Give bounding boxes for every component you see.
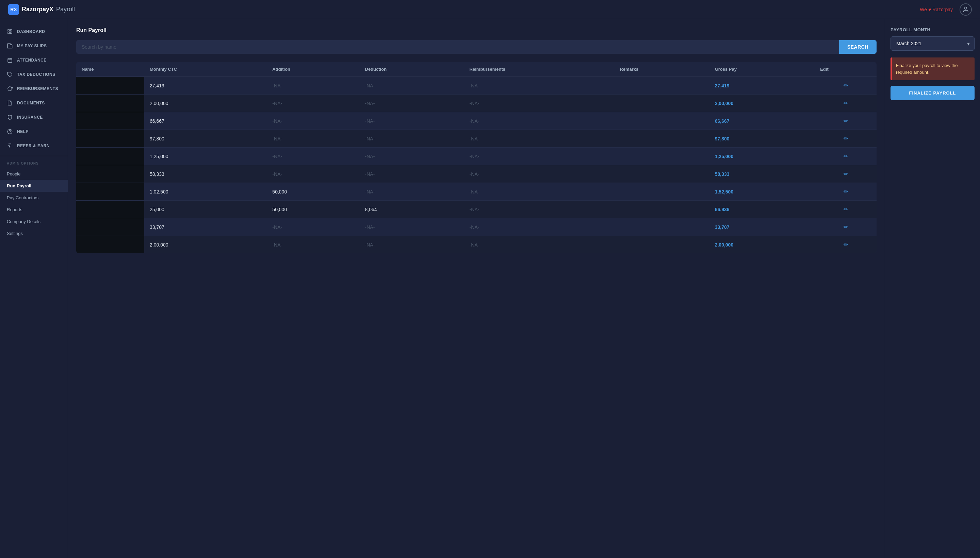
- tag-icon: [7, 71, 13, 77]
- edit-cell-5[interactable]: ✏: [815, 165, 876, 183]
- edit-icon[interactable]: ✏: [844, 242, 848, 248]
- monthly-ctc-2: 66,667: [144, 112, 267, 130]
- topnav: RX RazorpayX Payroll We ♥ Razorpay: [0, 0, 980, 19]
- sidebar-item-payslips[interactable]: MY PAY SLIPS: [0, 39, 68, 53]
- edit-icon[interactable]: ✏: [844, 136, 848, 141]
- sidebar-label-insurance: INSURANCE: [17, 115, 43, 120]
- sidebar-item-people[interactable]: People: [0, 168, 68, 180]
- edit-cell-8[interactable]: ✏: [815, 218, 876, 236]
- remarks-1: [614, 95, 709, 112]
- name-cell-8: [76, 218, 144, 236]
- deduction-9: -NA-: [360, 236, 464, 254]
- edit-cell-0[interactable]: ✏: [815, 77, 876, 95]
- edit-icon[interactable]: ✏: [844, 153, 848, 159]
- admin-label-pay-contractors: Pay Contractors: [7, 195, 38, 200]
- remarks-0: [614, 77, 709, 95]
- edit-icon[interactable]: ✏: [844, 207, 848, 212]
- col-deduction: Deduction: [360, 62, 464, 77]
- logo-icon: RX: [8, 4, 19, 15]
- remarks-7: [614, 200, 709, 218]
- gross-pay-8: 33,707: [709, 218, 815, 236]
- sidebar-item-documents[interactable]: DOCUMENTS: [0, 96, 68, 110]
- sidebar-item-refer[interactable]: REFER & EARN: [0, 139, 68, 153]
- edit-cell-4[interactable]: ✏: [815, 148, 876, 165]
- sidebar-item-help[interactable]: HELP: [0, 125, 68, 139]
- sidebar-item-pay-contractors[interactable]: Pay Contractors: [0, 192, 68, 204]
- user-icon: [962, 6, 969, 13]
- edit-icon[interactable]: ✏: [844, 189, 848, 195]
- sidebar-label-documents: DOCUMENTS: [17, 101, 45, 105]
- edit-icon[interactable]: ✏: [844, 118, 848, 124]
- remarks-9: [614, 236, 709, 254]
- logo-text: RazorpayX: [22, 6, 53, 13]
- edit-cell-2[interactable]: ✏: [815, 112, 876, 130]
- avatar[interactable]: [960, 3, 972, 16]
- svg-point-0: [965, 7, 967, 9]
- sidebar-item-attendance[interactable]: ATTENDANCE: [0, 53, 68, 67]
- edit-cell-6[interactable]: ✏: [815, 183, 876, 200]
- admin-label-settings: Settings: [7, 231, 23, 236]
- question-icon: [7, 128, 13, 135]
- monthly-ctc-4: 1,25,000: [144, 148, 267, 165]
- sidebar-label-dashboard: DASHBOARD: [17, 29, 45, 34]
- table-row: 97,800-NA--NA--NA-97,800✏: [76, 130, 876, 148]
- addition-5: -NA-: [267, 165, 359, 183]
- sidebar-item-dashboard[interactable]: DASHBOARD: [0, 25, 68, 39]
- addition-3: -NA-: [267, 130, 359, 148]
- deduction-7: 8,064: [360, 200, 464, 218]
- addition-7: 50,000: [267, 200, 359, 218]
- sidebar-item-reports[interactable]: Reports: [0, 204, 68, 216]
- edit-cell-3[interactable]: ✏: [815, 130, 876, 148]
- sidebar-item-company-details[interactable]: Company Details: [0, 216, 68, 228]
- reimbursements-4: -NA-: [464, 148, 615, 165]
- finalize-payroll-button[interactable]: FINALIZE PAYROLL: [891, 86, 975, 100]
- sidebar-item-run-payroll[interactable]: Run Payroll: [0, 180, 68, 192]
- edit-icon[interactable]: ✏: [844, 83, 848, 89]
- col-gross-pay: Gross Pay: [709, 62, 815, 77]
- name-cell-0: [76, 77, 144, 95]
- remarks-3: [614, 130, 709, 148]
- deduction-2: -NA-: [360, 112, 464, 130]
- reimbursements-3: -NA-: [464, 130, 615, 148]
- reimbursements-0: -NA-: [464, 77, 615, 95]
- remarks-6: [614, 183, 709, 200]
- deduction-3: -NA-: [360, 130, 464, 148]
- month-select[interactable]: January 2021 February 2021 March 2021 Ap…: [891, 36, 975, 51]
- monthly-ctc-6: 1,02,500: [144, 183, 267, 200]
- reimbursements-1: -NA-: [464, 95, 615, 112]
- reimbursements-7: -NA-: [464, 200, 615, 218]
- sidebar-label-attendance: ATTENDANCE: [17, 58, 47, 62]
- sidebar-label-help: HELP: [17, 129, 29, 134]
- sidebar-item-tax[interactable]: TAX DEDUCTIONS: [0, 67, 68, 82]
- remarks-5: [614, 165, 709, 183]
- sidebar-item-reimbursements[interactable]: REIMBURSEMENTS: [0, 82, 68, 96]
- col-monthly-ctc: Monthly CTC: [144, 62, 267, 77]
- monthly-ctc-1: 2,00,000: [144, 95, 267, 112]
- table-row: 2,00,000-NA--NA--NA-2,00,000✏: [76, 95, 876, 112]
- edit-icon[interactable]: ✏: [844, 224, 848, 230]
- search-button[interactable]: SEARCH: [839, 40, 876, 54]
- addition-4: -NA-: [267, 148, 359, 165]
- edit-icon[interactable]: ✏: [844, 171, 848, 177]
- sidebar-item-insurance[interactable]: INSURANCE: [0, 110, 68, 125]
- monthly-ctc-9: 2,00,000: [144, 236, 267, 254]
- svg-marker-5: [8, 44, 12, 48]
- table-row: 1,02,50050,000-NA--NA-1,52,500✏: [76, 183, 876, 200]
- doc-icon: [7, 100, 13, 106]
- search-input[interactable]: [76, 40, 839, 54]
- addition-0: -NA-: [267, 77, 359, 95]
- name-cell-1: [76, 95, 144, 112]
- table-row: 27,419-NA--NA--NA-27,419✏: [76, 77, 876, 95]
- table-row: 66,667-NA--NA--NA-66,667✏: [76, 112, 876, 130]
- reimbursements-8: -NA-: [464, 218, 615, 236]
- edit-icon[interactable]: ✏: [844, 100, 848, 106]
- sidebar-label-refer: REFER & EARN: [17, 143, 50, 148]
- edit-cell-1[interactable]: ✏: [815, 95, 876, 112]
- reimbursements-2: -NA-: [464, 112, 615, 130]
- edit-cell-9[interactable]: ✏: [815, 236, 876, 254]
- sidebar: DASHBOARD MY PAY SLIPS ATTENDANCE: [0, 19, 68, 558]
- edit-cell-7[interactable]: ✏: [815, 200, 876, 218]
- col-name: Name: [76, 62, 144, 77]
- remarks-8: [614, 218, 709, 236]
- sidebar-item-settings[interactable]: Settings: [0, 228, 68, 240]
